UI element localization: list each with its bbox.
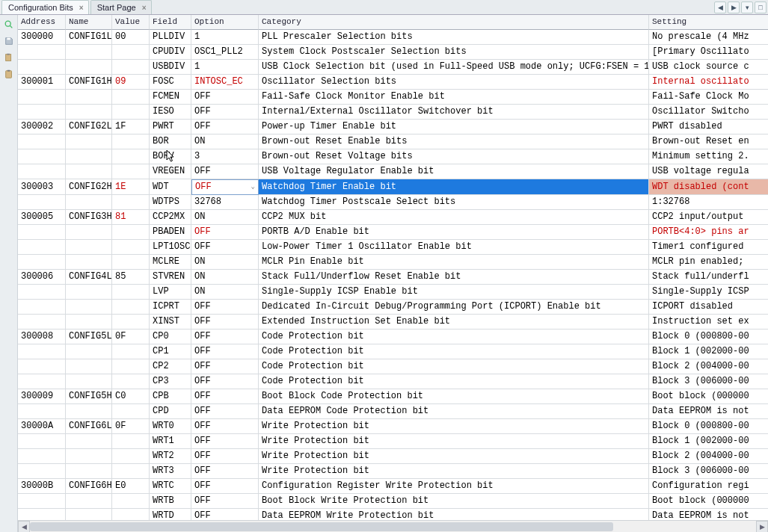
- table-row[interactable]: WRTDOFFData EEPROM Write Protection bitD…: [18, 509, 768, 520]
- tab-start-page[interactable]: Start Page ×: [90, 0, 152, 14]
- table-row[interactable]: MCLREONMCLR Pin Enable bitMCLR pin enabl…: [18, 255, 768, 270]
- col-category[interactable]: Category: [259, 15, 649, 30]
- scroll-left-button[interactable]: ◀: [18, 521, 30, 533]
- tab-configuration-bits[interactable]: Configuration Bits ×: [1, 0, 89, 14]
- cell-option[interactable]: 32768: [191, 195, 259, 210]
- cell-option[interactable]: ON: [191, 255, 259, 270]
- table-row[interactable]: BORV3Brown-out Reset Voltage bitsMinimum…: [18, 149, 768, 164]
- table-row[interactable]: LPT1OSCOFFLow-Power Timer 1 Oscillator E…: [18, 240, 768, 255]
- cell-option[interactable]: OFF: [191, 359, 259, 374]
- table-row[interactable]: 300008CONFIG5L0FCP0OFFCode Protection bi…: [18, 330, 768, 344]
- cell-option[interactable]: ON: [191, 134, 259, 149]
- clipboard-icon[interactable]: [2, 67, 16, 81]
- table-row[interactable]: WDTPS32768Watchdog Timer Postscale Selec…: [18, 195, 768, 210]
- option-dropdown[interactable]: OFF⌄: [195, 181, 255, 194]
- table-row[interactable]: CP1OFFCode Protection bitBlock 1 (002000…: [18, 344, 768, 359]
- cell-option[interactable]: OFF: [191, 105, 259, 120]
- table-row[interactable]: VREGENOFFUSB Voltage Regulator Enable bi…: [18, 164, 768, 179]
- table-row[interactable]: CPDOFFData EEPROM Code Protection bitDat…: [18, 404, 768, 419]
- cell-category: Watchdog Timer Enable bit: [259, 179, 649, 195]
- cell-option[interactable]: OFF: [191, 389, 259, 404]
- cell-value: [112, 60, 150, 75]
- cell-option[interactable]: OFF: [191, 509, 259, 520]
- cell-option[interactable]: ON: [191, 270, 259, 285]
- search-icon[interactable]: [2, 18, 16, 31]
- table-row[interactable]: WRTBOFFBoot Block Write Protection bitBo…: [18, 494, 768, 509]
- tab-dropdown-button[interactable]: ▾: [741, 1, 753, 13]
- cell-option[interactable]: OFF⌄: [191, 179, 259, 195]
- col-setting[interactable]: Setting: [649, 15, 768, 30]
- table-row[interactable]: WRT2OFFWrite Protection bitBlock 2 (0040…: [18, 449, 768, 464]
- table-row[interactable]: CP3OFFCode Protection bitBlock 3 (006000…: [18, 374, 768, 389]
- table-row[interactable]: XINSTOFFExtended Instruction Set Enable …: [18, 315, 768, 330]
- table-row[interactable]: 300003CONFIG2H1EWDTOFF⌄Watchdog Timer En…: [18, 179, 768, 195]
- cell-option[interactable]: 3: [191, 149, 259, 164]
- cell-option[interactable]: ON: [191, 210, 259, 225]
- col-name[interactable]: Name: [66, 15, 112, 30]
- cell-category: USB Clock Selection bit (used in Full-Sp…: [259, 60, 649, 75]
- table-row[interactable]: FCMENOFFFail-Safe Clock Monitor Enable b…: [18, 90, 768, 105]
- table-row[interactable]: LVPONSingle-Supply ICSP Enable bitSingle…: [18, 285, 768, 300]
- cell-addr: [18, 255, 66, 270]
- cell-option[interactable]: OSC1_PLL2: [191, 45, 259, 60]
- table-row[interactable]: ICPRTOFFDedicated In-Circuit Debug/Progr…: [18, 300, 768, 315]
- cell-option[interactable]: OFF: [191, 374, 259, 389]
- tab-maximize-button[interactable]: □: [755, 1, 767, 13]
- table-row[interactable]: 300006CONFIG4L85STVRENONStack Full/Under…: [18, 270, 768, 285]
- cell-option[interactable]: OFF: [191, 479, 259, 494]
- paste-icon[interactable]: [2, 51, 16, 64]
- table-row[interactable]: USBDIV1USB Clock Selection bit (used in …: [18, 60, 768, 75]
- cell-option[interactable]: OFF: [191, 240, 259, 255]
- cell-option[interactable]: OFF: [191, 330, 259, 344]
- cell-option[interactable]: OFF: [191, 434, 259, 449]
- cell-option[interactable]: OFF: [191, 90, 259, 105]
- table-row[interactable]: 300001CONFIG1H09FOSCINTOSC_ECOscillator …: [18, 75, 768, 90]
- cell-setting: USB clock source c: [649, 60, 768, 75]
- close-icon[interactable]: ×: [79, 4, 84, 12]
- cell-option[interactable]: OFF: [191, 464, 259, 479]
- cell-option[interactable]: OFF: [191, 225, 259, 240]
- cell-option[interactable]: OFF: [191, 404, 259, 419]
- cell-option[interactable]: OFF: [191, 164, 259, 179]
- col-option[interactable]: Option: [191, 15, 259, 30]
- table-row[interactable]: 30000BCONFIG6HE0WRTCOFFConfiguration Reg…: [18, 479, 768, 494]
- table-row[interactable]: CPUDIVOSC1_PLL2System Clock Postscaler S…: [18, 45, 768, 60]
- cell-option[interactable]: INTOSC_EC: [191, 75, 259, 90]
- config-bits-scroll[interactable]: Address Name Value Field Option Category…: [18, 15, 768, 520]
- cell-option[interactable]: OFF: [191, 300, 259, 315]
- cell-option[interactable]: OFF: [191, 419, 259, 434]
- cell-option[interactable]: OFF: [191, 344, 259, 359]
- table-row[interactable]: BORONBrown-out Reset Enable bitsBrown-ou…: [18, 134, 768, 149]
- cell-option[interactable]: OFF: [191, 494, 259, 509]
- table-row[interactable]: 300009CONFIG5HC0CPBOFFBoot Block Code Pr…: [18, 389, 768, 404]
- table-row[interactable]: PBADENOFFPORTB A/D Enable bitPORTB<4:0> …: [18, 225, 768, 240]
- tab-scroll-left-button[interactable]: ◀: [714, 1, 726, 13]
- cell-field: CPD: [150, 404, 191, 419]
- table-row[interactable]: IESOOFFInternal/External Oscillator Swit…: [18, 105, 768, 120]
- col-address[interactable]: Address: [18, 15, 66, 30]
- cell-field: USBDIV: [150, 60, 191, 75]
- cell-field: BORV: [150, 149, 191, 164]
- cell-option[interactable]: 1: [191, 60, 259, 75]
- tab-scroll-right-button[interactable]: ▶: [728, 1, 740, 13]
- scroll-track[interactable]: [30, 521, 756, 533]
- table-row[interactable]: 300002CONFIG2L1FPWRTOFFPower-up Timer En…: [18, 120, 768, 134]
- table-row[interactable]: WRT3OFFWrite Protection bitBlock 3 (0060…: [18, 464, 768, 479]
- table-row[interactable]: 300000CONFIG1L00PLLDIV1PLL Prescaler Sel…: [18, 30, 768, 45]
- cell-option[interactable]: ON: [191, 285, 259, 300]
- cell-option[interactable]: OFF: [191, 315, 259, 330]
- table-row[interactable]: WRT1OFFWrite Protection bitBlock 1 (0020…: [18, 434, 768, 449]
- col-field[interactable]: Field: [150, 15, 191, 30]
- scroll-thumb[interactable]: [30, 522, 613, 531]
- cell-option[interactable]: OFF: [191, 120, 259, 134]
- col-value[interactable]: Value: [112, 15, 150, 30]
- table-row[interactable]: 300005CONFIG3H81CCP2MXONCCP2 MUX bitCCP2…: [18, 210, 768, 225]
- horizontal-scrollbar[interactable]: ◀ ▶: [18, 520, 768, 532]
- cell-option[interactable]: 1: [191, 30, 259, 45]
- scroll-right-button[interactable]: ▶: [756, 521, 768, 533]
- save-icon[interactable]: [2, 34, 16, 48]
- table-row[interactable]: 30000ACONFIG6L0FWRT0OFFWrite Protection …: [18, 419, 768, 434]
- cell-option[interactable]: OFF: [191, 449, 259, 464]
- table-row[interactable]: CP2OFFCode Protection bitBlock 2 (004000…: [18, 359, 768, 374]
- close-icon[interactable]: ×: [142, 4, 147, 12]
